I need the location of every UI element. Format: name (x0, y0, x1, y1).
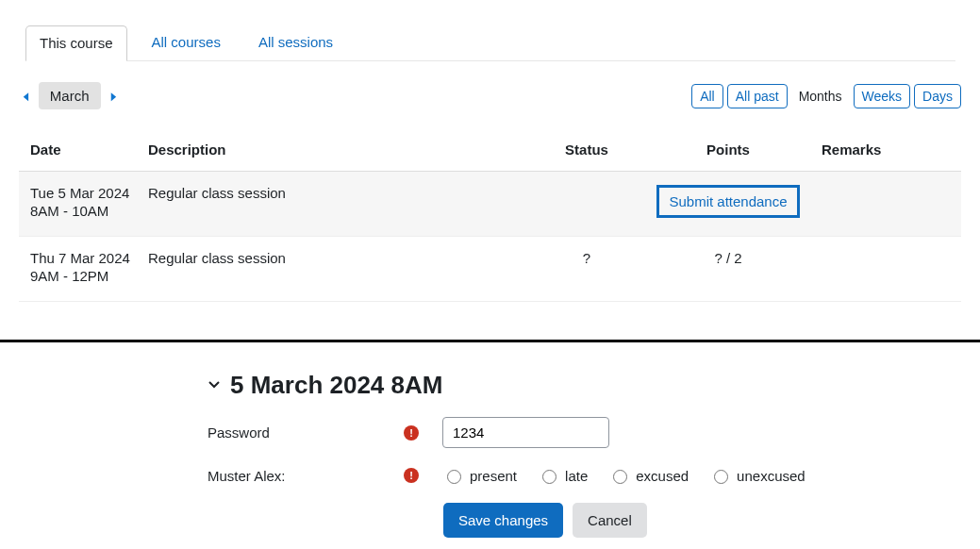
radio-present-input[interactable] (447, 470, 461, 484)
col-status: Status (527, 128, 640, 172)
tab-all-courses[interactable]: All courses (139, 25, 234, 60)
cancel-button[interactable]: Cancel (573, 503, 647, 538)
table-row: Thu 7 Mar 2024 9AM - 12PM Regular class … (19, 237, 961, 302)
description-cell: Regular class session (137, 172, 527, 237)
radio-unexcused-label: unexcused (737, 468, 806, 484)
radio-unexcused[interactable]: unexcused (709, 467, 806, 484)
date-line2: 9AM - 12PM (30, 268, 131, 284)
attendance-form: 5 March 2024 8AM Password ! Muster Alex:… (208, 371, 980, 538)
points-cell: ? / 2 (640, 237, 810, 302)
filter-months: Months (791, 85, 850, 108)
required-icon: ! (401, 425, 422, 441)
submit-attendance-button[interactable]: Submit attendance (656, 185, 799, 218)
radio-excused-label: excused (636, 468, 689, 484)
radio-excused-input[interactable] (613, 470, 627, 484)
radio-late-input[interactable] (542, 470, 556, 484)
radio-late[interactable]: late (538, 467, 588, 484)
save-button[interactable]: Save changes (443, 503, 563, 538)
tabs: This course All courses All sessions (25, 25, 955, 61)
range-filters: All All past Months Weeks Days (691, 84, 961, 108)
radio-present-label: present (470, 468, 517, 484)
password-input[interactable] (442, 417, 609, 448)
radio-excused[interactable]: excused (608, 467, 689, 484)
table-row: Tue 5 Mar 2024 8AM - 10AM Regular class … (19, 172, 961, 237)
date-line1: Thu 7 Mar 2024 (30, 250, 130, 266)
date-line1: Tue 5 Mar 2024 (30, 185, 129, 201)
status-cell: ? (527, 237, 640, 302)
description-cell: Regular class session (137, 237, 527, 302)
password-label: Password (208, 424, 401, 441)
date-line2: 8AM - 10AM (30, 203, 131, 219)
prev-month-icon[interactable] (19, 88, 33, 104)
attendance-table: Date Description Status Points Remarks T… (19, 128, 961, 302)
radio-late-label: late (565, 468, 588, 484)
filter-days[interactable]: Days (914, 84, 961, 108)
col-remarks: Remarks (810, 128, 961, 172)
filter-all[interactable]: All (691, 84, 723, 108)
chevron-down-icon[interactable] (208, 377, 221, 393)
remarks-cell (810, 172, 961, 237)
current-month[interactable]: March (39, 82, 101, 109)
user-label: Muster Alex: (208, 468, 401, 484)
col-points: Points (640, 128, 810, 172)
col-date: Date (19, 128, 137, 172)
status-cell (527, 172, 640, 237)
form-title: 5 March 2024 8AM (230, 371, 442, 400)
filter-all-past[interactable]: All past (727, 84, 788, 108)
required-icon: ! (401, 468, 422, 483)
col-description: Description (137, 128, 527, 172)
filter-weeks[interactable]: Weeks (854, 84, 911, 108)
section-divider (0, 340, 980, 342)
next-month-icon[interactable] (107, 88, 121, 104)
tab-this-course[interactable]: This course (25, 25, 127, 61)
tab-all-sessions[interactable]: All sessions (245, 25, 346, 60)
remarks-cell (810, 237, 961, 302)
month-navigator: March (19, 82, 120, 109)
radio-present[interactable]: present (442, 467, 517, 484)
radio-unexcused-input[interactable] (714, 470, 728, 484)
